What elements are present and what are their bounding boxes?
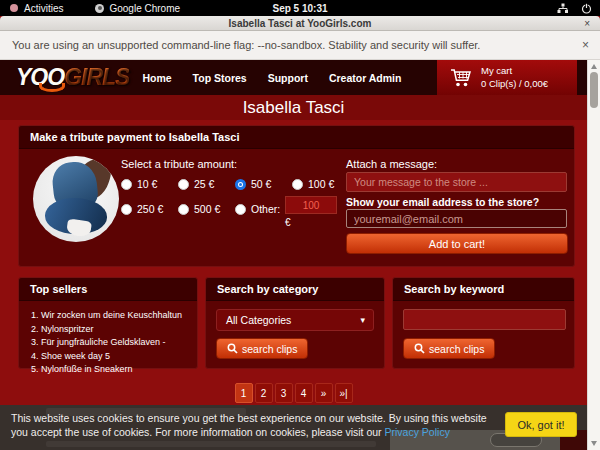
site-logo[interactable]: YOOGIRLS — [16, 60, 129, 95]
window-titlebar[interactable]: Isabella Tasci at YooGirls.com × — [0, 16, 600, 31]
main-nav: HomeTop StoresSupportCreator Admin — [142, 72, 401, 84]
window-title: Isabella Tasci at YooGirls.com — [0, 16, 600, 31]
keyword-input[interactable] — [403, 309, 566, 330]
radio-icon — [235, 204, 246, 215]
pagination: 1234»»| — [0, 383, 587, 403]
nav-creator-admin[interactable]: Creator Admin — [329, 72, 402, 84]
search-keyword-heading: Search by keyword — [393, 278, 574, 301]
radio-icon — [121, 204, 132, 215]
scrollbar-thumb[interactable] — [590, 72, 598, 108]
chevron-down-icon: ▾ — [360, 310, 365, 331]
notice-close-icon[interactable]: × — [582, 38, 589, 52]
email-input[interactable] — [346, 209, 567, 228]
page-button-3[interactable]: 3 — [275, 383, 293, 403]
scroll-up-icon[interactable] — [591, 64, 597, 69]
radio-icon — [178, 204, 189, 215]
flag-notice-text: You are using an unsupported command-lin… — [0, 39, 480, 51]
radio-icon — [178, 179, 189, 190]
scrollbar[interactable] — [587, 60, 600, 450]
top-sellers-list: 1. Wir zocken um deine Keuschhaltun2. Ny… — [19, 301, 197, 377]
avatar-art — [66, 218, 92, 237]
search-icon — [227, 343, 238, 354]
page-button-»|[interactable]: »| — [335, 383, 353, 403]
cookie-message: This website uses cookies to ensure you … — [11, 412, 503, 439]
top-seller-item[interactable]: 4. Shoe week day 5 — [31, 350, 189, 364]
radio-icon — [121, 179, 132, 190]
search-category-panel: Search by category All Categories ▾ sear… — [205, 277, 385, 369]
category-select[interactable]: All Categories ▾ — [216, 309, 374, 331]
amount-option-label: 500 € — [194, 203, 220, 215]
top-seller-item[interactable]: 1. Wir zocken um deine Keuschhaltun — [31, 309, 189, 323]
add-to-cart-button[interactable]: Add to cart! — [346, 233, 568, 254]
category-select-value: All Categories — [226, 314, 291, 326]
amount-option-label: 10 € — [137, 178, 157, 190]
cookie-banner: This website uses cookies to ensure you … — [0, 405, 587, 450]
page-button-»[interactable]: » — [315, 383, 333, 403]
amount-option-label: 100 € — [308, 178, 334, 190]
amount-option[interactable]: 250 € — [121, 203, 178, 215]
amount-option[interactable]: Other: — [235, 203, 292, 215]
message-label: Attach a message: — [346, 158, 437, 170]
logo-smile-icon — [39, 83, 65, 92]
gnome-top-bar: Activities Google Chrome Sep 5 10:31 — [0, 0, 600, 16]
flag-notice-bar: You are using an unsupported command-lin… — [0, 31, 600, 60]
nav-home[interactable]: Home — [142, 72, 171, 84]
amount-option-label: 250 € — [137, 203, 163, 215]
page-title: Isabella Tasci — [0, 95, 587, 120]
tribute-panel: Make a tribute payment to Isabella Tasci… — [18, 125, 575, 267]
tribute-panel-heading: Make a tribute payment to Isabella Tasci — [19, 126, 574, 149]
radio-checked-icon — [235, 179, 246, 190]
cart-icon — [449, 67, 473, 89]
amount-option[interactable]: 25 € — [178, 178, 235, 190]
message-input[interactable] — [346, 172, 567, 192]
top-seller-item[interactable]: 2. Nylonspritzer — [31, 323, 189, 337]
cookie-accept-button[interactable]: Ok, got it! — [505, 412, 577, 437]
email-label: Show your email address to the store? — [346, 196, 539, 208]
search-clips-button-category[interactable]: search clips — [216, 338, 308, 359]
power-icon[interactable] — [581, 3, 592, 14]
nav-top-stores[interactable]: Top Stores — [193, 72, 247, 84]
search-icon — [414, 343, 425, 354]
creator-avatar — [33, 156, 119, 242]
search-clips-label: search clips — [242, 343, 297, 355]
top-seller-item[interactable]: 3. Für jungfräuliche Geldsklaven - — [31, 336, 189, 350]
search-keyword-panel: Search by keyword search clips — [392, 277, 575, 369]
screen: Activities Google Chrome Sep 5 10:31 — [0, 0, 600, 450]
ghost-text — [46, 441, 376, 447]
window-close-icon[interactable]: × — [584, 16, 590, 31]
page-button-4[interactable]: 4 — [295, 383, 313, 403]
search-category-heading: Search by category — [206, 278, 384, 301]
cart-label: My cart — [481, 65, 548, 78]
amount-option-label: 25 € — [194, 178, 214, 190]
clock[interactable]: Sep 5 10:31 — [0, 3, 600, 14]
other-amount-input[interactable] — [285, 196, 337, 214]
page-button-2[interactable]: 2 — [255, 383, 273, 403]
site-header: YOOGIRLS HomeTop StoresSupportCreator Ad… — [0, 60, 587, 95]
amount-section-label: Select a tribute amount: — [121, 158, 237, 170]
page-button-1[interactable]: 1 — [235, 383, 253, 403]
search-clips-button-keyword[interactable]: search clips — [403, 338, 495, 359]
amount-option-label: 50 € — [251, 178, 271, 190]
currency-label: € — [285, 217, 291, 228]
amount-option[interactable]: 500 € — [178, 203, 235, 215]
privacy-policy-link[interactable]: Privacy Policy — [385, 426, 450, 438]
top-seller-item[interactable]: 5. Nylonfüße in Sneakern — [31, 363, 189, 377]
search-clips-label: search clips — [429, 343, 484, 355]
top-sellers-panel: Top sellers 1. Wir zocken um deine Keusc… — [18, 277, 198, 369]
cart-count: 0 Clip(s) / 0,00€ — [481, 78, 548, 91]
radio-icon — [292, 179, 303, 190]
nav-support[interactable]: Support — [268, 72, 308, 84]
amount-option-label: Other: — [251, 203, 280, 215]
cart-summary: My cart 0 Clip(s) / 0,00€ — [481, 65, 548, 91]
scroll-down-icon[interactable] — [591, 441, 597, 446]
tribute-panel-body: Select a tribute amount: 10 €25 €50 €100… — [19, 149, 574, 266]
gnome-right-group — [557, 0, 592, 16]
cart-button[interactable]: My cart 0 Clip(s) / 0,00€ — [437, 60, 577, 95]
amount-option[interactable]: 100 € — [292, 178, 349, 190]
amount-option[interactable]: 50 € — [235, 178, 292, 190]
top-sellers-heading: Top sellers — [19, 278, 197, 301]
logo-text-girls: GIRLS — [64, 64, 129, 90]
amount-option[interactable]: 10 € — [121, 178, 178, 190]
network-icon[interactable] — [557, 3, 569, 14]
